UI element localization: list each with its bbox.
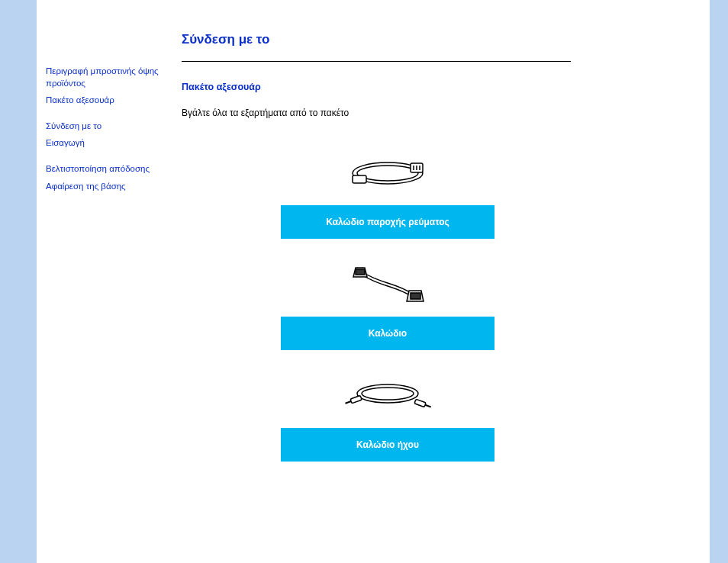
decorative-left-strip (0, 0, 37, 563)
sidebar-link-remove-base[interactable]: Αφαίρεση της βάσης (46, 180, 159, 192)
sidebar-link-connection[interactable]: Σύνδεση με το (46, 120, 159, 132)
sidebar-gap (46, 111, 159, 120)
accessory-label: Καλώδιο παροχής ρεύματος (281, 205, 494, 239)
accessory-list: Καλώδιο παροχής ρεύματος (281, 149, 494, 462)
divider (182, 61, 571, 62)
audio-cable-icon (281, 372, 494, 420)
svg-rect-11 (350, 395, 362, 403)
instruction-text: Βγάλτε όλα τα εξαρτήματα από το πακέτο (182, 108, 687, 118)
accessory-item: Καλώδιο (281, 260, 494, 350)
svg-rect-2 (353, 175, 366, 183)
sidebar-link-accessory-pack[interactable]: Πακέτο αξεσουάρ (46, 94, 159, 106)
svg-rect-7 (356, 269, 365, 275)
sidebar-link-front-description[interactable]: Περιγραφή μπροστινής όψης προϊόντος (46, 65, 159, 89)
sidebar-gap (46, 153, 159, 162)
page-title: Σύνδεση με το (182, 32, 687, 47)
sidebar-nav: Περιγραφή μπροστινής όψης προϊόντος Πακέ… (37, 0, 166, 563)
main-content: Σύνδεση με το Πακέτο αξεσουάρ Βγάλτε όλα… (166, 0, 710, 563)
svg-line-14 (425, 405, 431, 407)
accessory-item: Καλώδιο παροχής ρεύματος (281, 149, 494, 239)
svg-rect-8 (411, 293, 420, 299)
vga-cable-icon (281, 260, 494, 309)
accessory-label: Καλώδιο ήχου (281, 428, 494, 462)
accessory-item: Καλώδιο ήχου (281, 372, 494, 462)
section-heading: Πακέτο αξεσουάρ (182, 82, 687, 92)
sidebar-link-introduction[interactable]: Εισαγωγή (46, 137, 159, 149)
power-cable-icon (281, 149, 494, 198)
page-container: Περιγραφή μπροστινής όψης προϊόντος Πακέ… (0, 0, 728, 563)
svg-rect-13 (414, 399, 426, 407)
accessory-label: Καλώδιο (281, 317, 494, 350)
svg-line-12 (345, 401, 351, 404)
decorative-right-strip (710, 0, 728, 563)
svg-point-10 (362, 388, 414, 400)
sidebar-link-optimize[interactable]: Βελτιστοποίηση απόδοσης (46, 162, 159, 175)
